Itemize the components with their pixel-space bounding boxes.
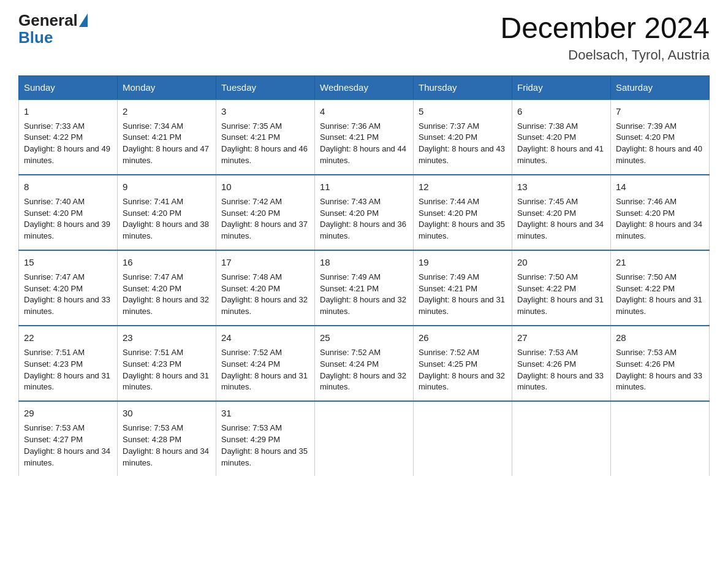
day-number: 9 — [123, 180, 211, 194]
day-number: 30 — [123, 407, 211, 420]
calendar-cell-26: 26Sunrise: 7:52 AMSunset: 4:25 PMDayligh… — [414, 326, 512, 401]
calendar-cell-13: 13Sunrise: 7:45 AMSunset: 4:20 PMDayligh… — [512, 175, 611, 250]
day-info: Sunrise: 7:53 AMSunset: 4:26 PMDaylight:… — [517, 347, 605, 393]
day-info: Sunrise: 7:33 AMSunset: 4:22 PMDaylight:… — [24, 121, 112, 167]
week-row-1: 1Sunrise: 7:33 AMSunset: 4:22 PMDaylight… — [19, 99, 710, 175]
day-info: Sunrise: 7:53 AMSunset: 4:27 PMDaylight:… — [24, 423, 112, 469]
day-number: 12 — [419, 180, 507, 194]
calendar-cell-20: 20Sunrise: 7:50 AMSunset: 4:22 PMDayligh… — [512, 250, 611, 326]
day-info: Sunrise: 7:49 AMSunset: 4:21 PMDaylight:… — [419, 272, 507, 318]
day-number: 14 — [616, 180, 704, 194]
day-number: 29 — [24, 407, 112, 420]
day-info: Sunrise: 7:35 AMSunset: 4:21 PMDaylight:… — [221, 121, 309, 167]
calendar-cell-21: 21Sunrise: 7:50 AMSunset: 4:22 PMDayligh… — [611, 250, 710, 326]
calendar-cell-27: 27Sunrise: 7:53 AMSunset: 4:26 PMDayligh… — [512, 326, 611, 401]
day-number: 18 — [320, 256, 408, 269]
day-info: Sunrise: 7:53 AMSunset: 4:29 PMDaylight:… — [221, 423, 309, 469]
calendar-cell-24: 24Sunrise: 7:52 AMSunset: 4:24 PMDayligh… — [216, 326, 315, 401]
calendar-cell-16: 16Sunrise: 7:47 AMSunset: 4:20 PMDayligh… — [118, 250, 216, 326]
day-info: Sunrise: 7:38 AMSunset: 4:20 PMDaylight:… — [517, 121, 605, 167]
day-info: Sunrise: 7:44 AMSunset: 4:20 PMDaylight:… — [419, 196, 507, 242]
page-subtitle: Doelsach, Tyrol, Austria — [500, 47, 710, 63]
day-number: 15 — [24, 256, 112, 269]
calendar-cell-29: 29Sunrise: 7:53 AMSunset: 4:27 PMDayligh… — [19, 401, 118, 476]
day-info: Sunrise: 7:51 AMSunset: 4:23 PMDaylight:… — [123, 347, 211, 393]
calendar-cell-2: 2Sunrise: 7:34 AMSunset: 4:21 PMDaylight… — [118, 99, 216, 175]
day-info: Sunrise: 7:52 AMSunset: 4:24 PMDaylight:… — [320, 347, 408, 393]
day-number: 21 — [616, 256, 704, 269]
calendar-cell-11: 11Sunrise: 7:43 AMSunset: 4:20 PMDayligh… — [315, 175, 414, 250]
calendar-cell-6: 6Sunrise: 7:38 AMSunset: 4:20 PMDaylight… — [512, 99, 611, 175]
day-info: Sunrise: 7:43 AMSunset: 4:20 PMDaylight:… — [320, 196, 408, 242]
day-number: 11 — [320, 180, 408, 194]
week-row-4: 22Sunrise: 7:51 AMSunset: 4:23 PMDayligh… — [19, 326, 710, 401]
day-number: 19 — [419, 256, 507, 269]
calendar-cell-empty — [512, 401, 611, 476]
header-saturday: Saturday — [611, 75, 710, 99]
day-number: 6 — [517, 105, 605, 118]
calendar-cell-12: 12Sunrise: 7:44 AMSunset: 4:20 PMDayligh… — [414, 175, 512, 250]
day-number: 3 — [221, 105, 309, 118]
day-info: Sunrise: 7:53 AMSunset: 4:26 PMDaylight:… — [616, 347, 704, 393]
calendar-cell-18: 18Sunrise: 7:49 AMSunset: 4:21 PMDayligh… — [315, 250, 414, 326]
day-info: Sunrise: 7:47 AMSunset: 4:20 PMDaylight:… — [24, 272, 112, 318]
day-info: Sunrise: 7:46 AMSunset: 4:20 PMDaylight:… — [616, 196, 704, 242]
calendar-cell-empty — [611, 401, 710, 476]
calendar-header: SundayMondayTuesdayWednesdayThursdayFrid… — [19, 75, 710, 99]
page-header: General Blue December 2024 Doelsach, Tyr… — [18, 12, 710, 63]
day-number: 24 — [221, 331, 309, 345]
week-row-5: 29Sunrise: 7:53 AMSunset: 4:27 PMDayligh… — [19, 401, 710, 476]
day-number: 27 — [517, 331, 605, 345]
calendar-cell-empty — [315, 401, 414, 476]
day-info: Sunrise: 7:47 AMSunset: 4:20 PMDaylight:… — [123, 272, 211, 318]
day-info: Sunrise: 7:50 AMSunset: 4:22 PMDaylight:… — [616, 272, 704, 318]
week-row-2: 8Sunrise: 7:40 AMSunset: 4:20 PMDaylight… — [19, 175, 710, 250]
day-info: Sunrise: 7:45 AMSunset: 4:20 PMDaylight:… — [517, 196, 605, 242]
day-info: Sunrise: 7:48 AMSunset: 4:20 PMDaylight:… — [221, 272, 309, 318]
header-friday: Friday — [512, 75, 611, 99]
day-number: 28 — [616, 331, 704, 345]
calendar-cell-23: 23Sunrise: 7:51 AMSunset: 4:23 PMDayligh… — [118, 326, 216, 401]
week-row-3: 15Sunrise: 7:47 AMSunset: 4:20 PMDayligh… — [19, 250, 710, 326]
day-info: Sunrise: 7:52 AMSunset: 4:25 PMDaylight:… — [419, 347, 507, 393]
logo-blue: Blue — [18, 28, 53, 47]
day-number: 1 — [24, 105, 112, 118]
day-number: 8 — [24, 180, 112, 194]
page-title: December 2024 — [500, 12, 710, 45]
calendar-cell-4: 4Sunrise: 7:36 AMSunset: 4:21 PMDaylight… — [315, 99, 414, 175]
day-number: 16 — [123, 256, 211, 269]
logo-triangle-icon — [79, 13, 88, 27]
logo-general: General — [18, 12, 78, 28]
calendar-cell-5: 5Sunrise: 7:37 AMSunset: 4:20 PMDaylight… — [414, 99, 512, 175]
day-info: Sunrise: 7:49 AMSunset: 4:21 PMDaylight:… — [320, 272, 408, 318]
calendar-cell-1: 1Sunrise: 7:33 AMSunset: 4:22 PMDaylight… — [19, 99, 118, 175]
calendar-cell-15: 15Sunrise: 7:47 AMSunset: 4:20 PMDayligh… — [19, 250, 118, 326]
day-info: Sunrise: 7:53 AMSunset: 4:28 PMDaylight:… — [123, 423, 211, 469]
header-wednesday: Wednesday — [315, 75, 414, 99]
day-number: 4 — [320, 105, 408, 118]
day-info: Sunrise: 7:40 AMSunset: 4:20 PMDaylight:… — [24, 196, 112, 242]
calendar-body: 1Sunrise: 7:33 AMSunset: 4:22 PMDaylight… — [19, 99, 710, 477]
calendar-cell-7: 7Sunrise: 7:39 AMSunset: 4:20 PMDaylight… — [611, 99, 710, 175]
header-row: SundayMondayTuesdayWednesdayThursdayFrid… — [19, 75, 710, 99]
logo-text: General — [18, 12, 89, 28]
day-info: Sunrise: 7:42 AMSunset: 4:20 PMDaylight:… — [221, 196, 309, 242]
calendar-cell-19: 19Sunrise: 7:49 AMSunset: 4:21 PMDayligh… — [414, 250, 512, 326]
calendar-cell-14: 14Sunrise: 7:46 AMSunset: 4:20 PMDayligh… — [611, 175, 710, 250]
day-number: 10 — [221, 180, 309, 194]
calendar-cell-22: 22Sunrise: 7:51 AMSunset: 4:23 PMDayligh… — [19, 326, 118, 401]
day-info: Sunrise: 7:50 AMSunset: 4:22 PMDaylight:… — [517, 272, 605, 318]
title-block: December 2024 Doelsach, Tyrol, Austria — [500, 12, 710, 63]
day-number: 23 — [123, 331, 211, 345]
calendar-cell-9: 9Sunrise: 7:41 AMSunset: 4:20 PMDaylight… — [118, 175, 216, 250]
calendar-cell-empty — [414, 401, 512, 476]
calendar-cell-10: 10Sunrise: 7:42 AMSunset: 4:20 PMDayligh… — [216, 175, 315, 250]
day-number: 2 — [123, 105, 211, 118]
day-number: 25 — [320, 331, 408, 345]
calendar-cell-28: 28Sunrise: 7:53 AMSunset: 4:26 PMDayligh… — [611, 326, 710, 401]
calendar-cell-3: 3Sunrise: 7:35 AMSunset: 4:21 PMDaylight… — [216, 99, 315, 175]
calendar-cell-8: 8Sunrise: 7:40 AMSunset: 4:20 PMDaylight… — [19, 175, 118, 250]
day-number: 31 — [221, 407, 309, 420]
header-monday: Monday — [118, 75, 216, 99]
day-info: Sunrise: 7:36 AMSunset: 4:21 PMDaylight:… — [320, 121, 408, 167]
